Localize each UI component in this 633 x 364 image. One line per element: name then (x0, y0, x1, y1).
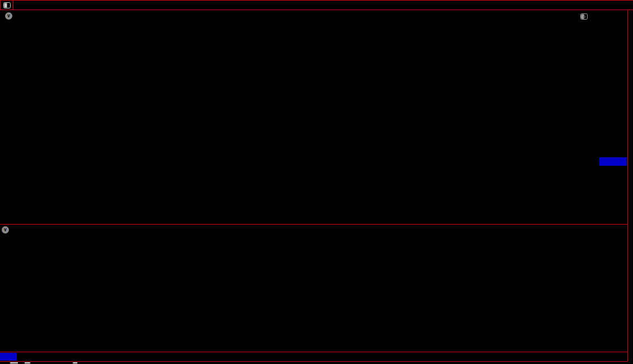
statusbar-sliver (73, 362, 77, 363)
collapse-chevron-icon[interactable]: ∨ (5, 12, 12, 20)
trading-app-window: ∨ ◇ ∨ (0, 0, 633, 364)
next-year-badge (0, 353, 17, 361)
indicator-header: ∨ (2, 226, 18, 234)
split-pane-icon[interactable] (1, 1, 13, 10)
time-axis (0, 352, 627, 362)
candlestick-chart-canvas[interactable] (0, 10, 599, 225)
sidebar-border (627, 10, 628, 362)
indicator-chart-canvas[interactable] (0, 225, 599, 352)
chart-corner-icons: ◇ (580, 12, 585, 20)
statusbar-sliver (25, 362, 30, 363)
price-axis (599, 10, 627, 225)
split-pane-icon[interactable] (580, 13, 588, 20)
indicator-axis (599, 225, 627, 352)
statusbar-sliver (10, 362, 18, 363)
split-pane-glyph (3, 2, 11, 8)
top-toolbar (0, 0, 633, 10)
chart-title-row: ∨ (2, 12, 12, 20)
price-marker-badge (599, 157, 627, 166)
sidebar-clipped-strip[interactable] (629, 10, 633, 362)
collapse-chevron-icon[interactable]: ∨ (2, 226, 9, 234)
